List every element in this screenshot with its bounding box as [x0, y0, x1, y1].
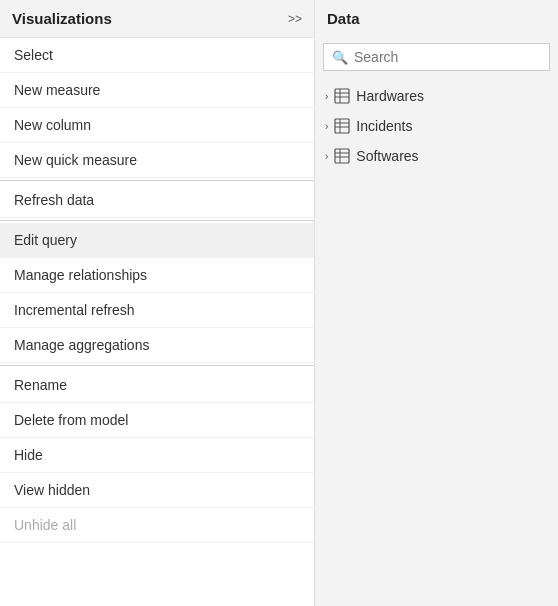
- menu-divider: [0, 180, 314, 181]
- data-item-hardwares[interactable]: ›Hardwares: [315, 81, 558, 111]
- chevron-right-icon: ›: [325, 91, 328, 102]
- menu-item-edit-query[interactable]: Edit query: [0, 223, 314, 258]
- data-item-softwares[interactable]: ›Softwares: [315, 141, 558, 171]
- menu-item-incremental-refresh[interactable]: Incremental refresh: [0, 293, 314, 328]
- data-item-label: Softwares: [356, 148, 418, 164]
- left-panel: Visualizations >> SelectNew measureNew c…: [0, 0, 315, 606]
- data-item-incidents[interactable]: ›Incidents: [315, 111, 558, 141]
- chevron-right-icon: ›: [325, 121, 328, 132]
- menu-item-rename[interactable]: Rename: [0, 368, 314, 403]
- search-input[interactable]: [354, 49, 541, 65]
- menu-divider: [0, 220, 314, 221]
- menu-item-select[interactable]: Select: [0, 38, 314, 73]
- menu-item-delete-from-model[interactable]: Delete from model: [0, 403, 314, 438]
- table-icon: [334, 148, 350, 164]
- menu-item-new-quick-measure[interactable]: New quick measure: [0, 143, 314, 178]
- menu-list: SelectNew measureNew columnNew quick mea…: [0, 38, 314, 606]
- menu-divider: [0, 365, 314, 366]
- menu-item-manage-aggregations[interactable]: Manage aggregations: [0, 328, 314, 363]
- table-icon: [334, 118, 350, 134]
- svg-rect-8: [335, 149, 349, 163]
- right-panel: Data 🔍 ›Hardwares›Incidents›Softwares: [315, 0, 558, 606]
- svg-rect-4: [335, 119, 349, 133]
- chevron-right-icon: ›: [325, 151, 328, 162]
- menu-item-new-measure[interactable]: New measure: [0, 73, 314, 108]
- menu-item-refresh-data[interactable]: Refresh data: [0, 183, 314, 218]
- panel-header: Visualizations >>: [0, 0, 314, 38]
- panel-title: Visualizations: [12, 10, 112, 27]
- data-item-label: Incidents: [356, 118, 412, 134]
- expand-icon[interactable]: >>: [288, 12, 302, 26]
- menu-item-new-column[interactable]: New column: [0, 108, 314, 143]
- menu-item-hide[interactable]: Hide: [0, 438, 314, 473]
- data-item-label: Hardwares: [356, 88, 424, 104]
- table-icon: [334, 88, 350, 104]
- right-panel-title: Data: [327, 10, 360, 27]
- menu-item-unhide-all: Unhide all: [0, 508, 314, 543]
- data-list: ›Hardwares›Incidents›Softwares: [315, 77, 558, 175]
- svg-rect-0: [335, 89, 349, 103]
- right-header: Data: [315, 0, 558, 37]
- search-icon: 🔍: [332, 50, 348, 65]
- menu-item-view-hidden[interactable]: View hidden: [0, 473, 314, 508]
- search-box: 🔍: [323, 43, 550, 71]
- menu-item-manage-relationships[interactable]: Manage relationships: [0, 258, 314, 293]
